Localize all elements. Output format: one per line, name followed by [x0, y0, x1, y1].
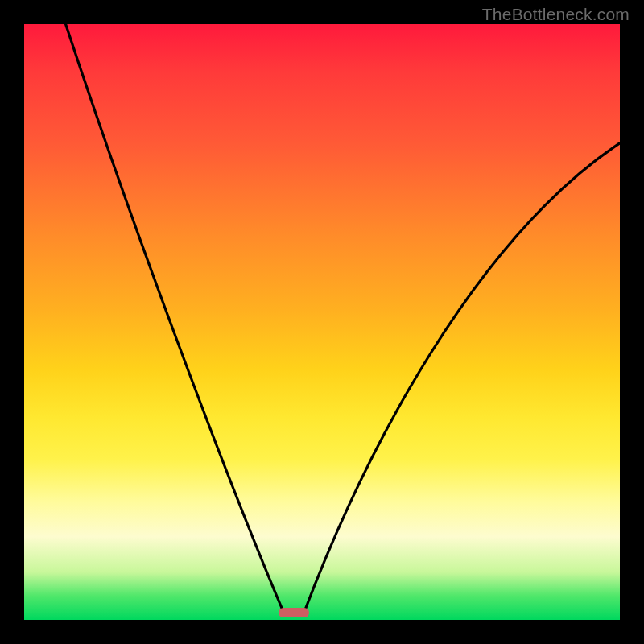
optimal-point-marker: [279, 608, 309, 617]
chart-frame: TheBottleneck.com: [0, 0, 644, 644]
watermark-text: TheBottleneck.com: [482, 5, 630, 24]
curve-right-branch: [304, 137, 620, 612]
plot-area: [24, 24, 620, 620]
bottleneck-curve: [24, 24, 620, 620]
curve-left-branch: [60, 24, 283, 612]
